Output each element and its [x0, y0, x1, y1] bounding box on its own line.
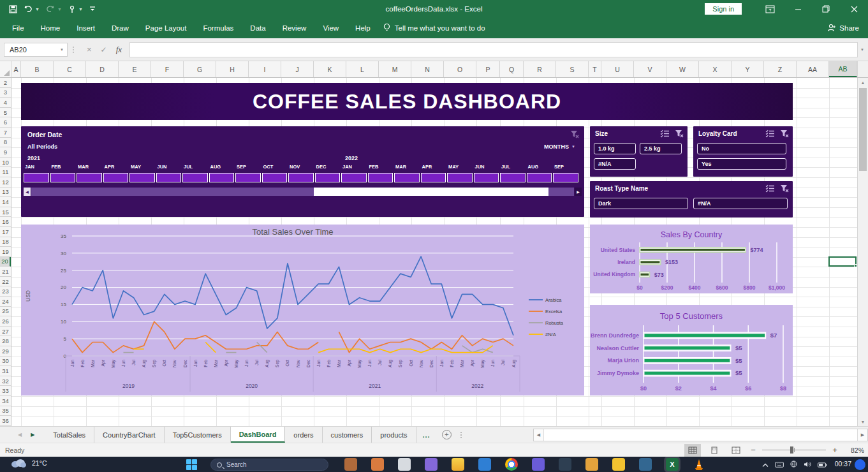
ribbon-tab-insert[interactable]: Insert — [68, 18, 103, 38]
slicer-button--n-a[interactable]: #N/A — [594, 158, 636, 170]
multi-select-icon[interactable] — [660, 129, 670, 140]
scroll-up-icon[interactable]: ▲ — [858, 78, 868, 87]
column-header-A[interactable]: A — [11, 61, 21, 77]
cells-area[interactable]: COFFEE SALES DASHBOARD Order Date All Pe… — [11, 78, 857, 426]
horizontal-scroll-track[interactable] — [544, 429, 857, 441]
row-header-23[interactable]: 23 — [0, 286, 11, 297]
slicer-button--n-a[interactable]: #N/A — [693, 198, 788, 209]
battery-icon[interactable] — [818, 459, 827, 470]
file-explorer-icon[interactable] — [452, 458, 464, 471]
sign-in-button[interactable]: Sign in — [705, 3, 742, 15]
restore-button[interactable] — [812, 0, 840, 18]
customize-qat-icon[interactable] — [89, 5, 96, 13]
timeline-scroll-right-icon[interactable]: ▶ — [575, 188, 582, 196]
row-header-3[interactable]: 3 — [0, 88, 11, 98]
column-header-C[interactable]: C — [54, 61, 86, 77]
column-header-M[interactable]: M — [379, 61, 411, 77]
timeline-month-bar-2021-JUN[interactable] — [156, 173, 182, 182]
ribbon-tab-data[interactable]: Data — [242, 18, 274, 38]
column-header-AB[interactable]: AB — [829, 61, 857, 77]
search-box[interactable]: Search — [210, 459, 328, 471]
tray-expand-icon[interactable] — [762, 459, 769, 470]
media-app-icon[interactable] — [532, 458, 545, 471]
todo-app-icon[interactable] — [478, 458, 491, 471]
close-button[interactable] — [840, 0, 868, 18]
row-header-14[interactable]: 14 — [0, 197, 11, 207]
column-header-S[interactable]: S — [556, 61, 589, 77]
zoom-out-icon[interactable]: − — [749, 445, 757, 455]
save-icon[interactable] — [9, 5, 17, 13]
timeline-month-bar-2021-FEB[interactable] — [50, 173, 76, 182]
timeline-month-bar-2021-OCT[interactable] — [262, 173, 288, 182]
start-button-icon[interactable] — [186, 459, 198, 471]
column-header-Y[interactable]: Y — [732, 61, 764, 77]
column-header-R[interactable]: R — [524, 61, 556, 77]
ribbon-tab-help[interactable]: Help — [347, 18, 379, 38]
column-header-H[interactable]: H — [216, 61, 249, 77]
notification-badge-icon[interactable] — [855, 459, 865, 470]
slicer-button-dark[interactable]: Dark — [594, 198, 688, 209]
camera-app-icon[interactable] — [425, 458, 438, 471]
column-header-N[interactable]: N — [411, 61, 444, 77]
excel-icon[interactable]: X — [666, 458, 679, 471]
column-header-F[interactable]: F — [151, 61, 184, 77]
timeline-month-bar-2022-JUL[interactable] — [500, 173, 526, 182]
timeline-clear-filter-icon[interactable] — [570, 129, 579, 141]
row-header-17[interactable]: 17 — [0, 227, 11, 237]
ribbon-tab-review[interactable]: Review — [274, 18, 315, 38]
row-header-28[interactable]: 28 — [0, 336, 11, 346]
scroll-right-icon[interactable]: ▶ — [857, 429, 867, 441]
row-header-27[interactable]: 27 — [0, 327, 11, 337]
slicer-loyalty-card[interactable]: Loyalty CardNoYes — [693, 126, 793, 177]
scroll-left-icon[interactable]: ◀ — [534, 429, 544, 441]
column-header-U[interactable]: U — [601, 61, 634, 77]
undo-dropdown-icon[interactable]: ▼ — [35, 7, 40, 11]
vlc-icon[interactable] — [693, 458, 705, 471]
row-header-21[interactable]: 21 — [0, 267, 11, 277]
row-header-24[interactable]: 24 — [0, 297, 11, 307]
row-header-32[interactable]: 32 — [0, 376, 11, 387]
column-header-D[interactable]: D — [86, 61, 119, 77]
volume-icon[interactable] — [804, 459, 811, 470]
sheet-tab-orders[interactable]: orders — [285, 427, 322, 443]
sheet-tab-countrybarchart[interactable]: CountryBarChart — [94, 427, 165, 443]
timeline-month-bar-2022-SEP[interactable] — [553, 173, 578, 182]
column-header-W[interactable]: W — [666, 61, 699, 77]
timeline-month-bar-2022-AUG[interactable] — [527, 173, 552, 182]
selected-cell-AB20[interactable] — [828, 256, 857, 267]
select-all-corner[interactable] — [0, 61, 11, 77]
normal-view-icon[interactable] — [684, 444, 701, 457]
row-header-31[interactable]: 31 — [0, 366, 11, 376]
slicer-button-2-5-kg[interactable]: 2.5 kg — [640, 143, 682, 154]
ribbon-tab-formulas[interactable]: Formulas — [195, 18, 242, 38]
ribbon-tab-view[interactable]: View — [314, 18, 347, 38]
analytics-app-icon[interactable] — [612, 458, 625, 471]
timeline-month-bar-2022-JAN[interactable] — [341, 173, 367, 182]
sheet-nav-left-icon[interactable]: ◀ — [18, 432, 22, 438]
sheet-tab-dashboard[interactable]: DashBoard — [231, 427, 286, 443]
timeline-scroll-handle[interactable] — [314, 188, 548, 196]
game-app-icon-2[interactable] — [371, 458, 384, 471]
timeline-order-date[interactable]: Order Date All Periods MONTHS▼ 20212022 … — [21, 126, 584, 217]
timeline-month-bar-2022-MAY[interactable] — [447, 173, 473, 182]
column-header-B[interactable]: B — [21, 61, 54, 77]
zoom-slider[interactable] — [762, 450, 826, 450]
zoom-in-icon[interactable]: + — [831, 445, 839, 455]
row-header-7[interactable]: 7 — [0, 128, 11, 138]
cancel-icon[interactable]: × — [87, 45, 92, 54]
row-header-29[interactable]: 29 — [0, 346, 11, 357]
timeline-month-bar-2021-NOV[interactable] — [288, 173, 314, 182]
keyboard-icon[interactable] — [775, 459, 784, 470]
redo-icon[interactable] — [46, 5, 55, 13]
row-header-12[interactable]: 12 — [0, 177, 11, 188]
timeline-month-bar-2022-JUN[interactable] — [474, 173, 499, 182]
package-app-icon[interactable] — [585, 458, 598, 471]
clear-filter-icon[interactable] — [675, 129, 684, 140]
formula-bar-expand-icon[interactable]: ▼ — [860, 48, 864, 52]
row-header-20[interactable]: 20 — [0, 257, 11, 267]
ribbon-tab-page-layout[interactable]: Page Layout — [137, 18, 195, 38]
sheet-tab-totalsales[interactable]: TotalSales — [45, 427, 94, 443]
row-header-2[interactable]: 2 — [0, 78, 11, 88]
page-layout-view-icon[interactable] — [706, 444, 723, 457]
timeline-month-bar-2022-FEB[interactable] — [368, 173, 394, 182]
